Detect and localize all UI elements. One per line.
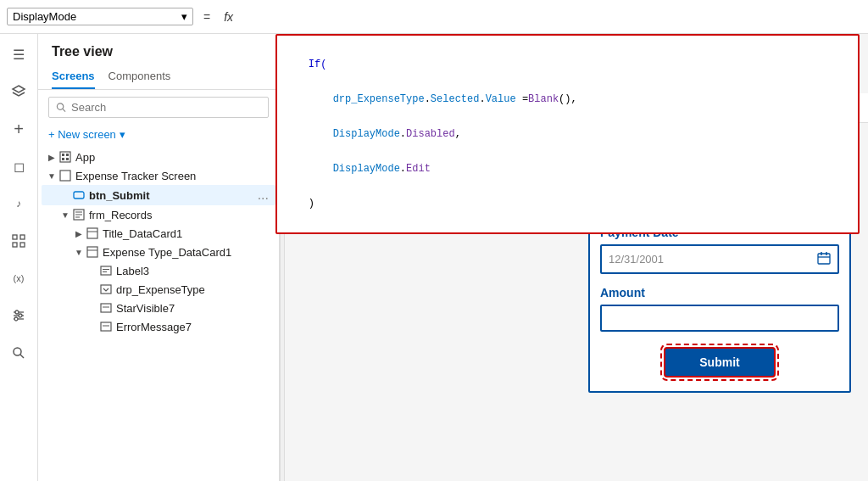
plus-icon[interactable]: +: [5, 115, 32, 143]
label3-chevron: [86, 264, 99, 277]
frm-records-icon: [72, 208, 86, 221]
new-screen-label: + New screen: [48, 128, 116, 141]
tree-view-title: Tree view: [38, 34, 279, 66]
fx-button[interactable]: fx: [220, 10, 236, 24]
svg-marker-0: [13, 86, 25, 92]
starvisible7-label: StarVisible7: [116, 302, 272, 315]
app-label: App: [75, 151, 272, 164]
exptype-datacard-chevron-icon: ▼: [72, 245, 86, 259]
svg-rect-34: [101, 304, 111, 312]
drp-expensetype-icon: [99, 282, 113, 296]
property-name: DisplayMode: [13, 10, 76, 23]
svg-rect-1: [13, 235, 17, 239]
submit-button[interactable]: Submit: [664, 347, 775, 378]
tree-panel: Tree view Screens Components + New scree…: [38, 34, 280, 481]
tree-item-starvisible7[interactable]: StarVisible7: [42, 299, 275, 317]
svg-point-11: [14, 348, 21, 355]
svg-rect-15: [60, 152, 70, 162]
drp-chevron: [86, 282, 99, 296]
amount-input[interactable]: [600, 305, 839, 332]
tree-item-drp-expensetype[interactable]: drp_ExpenseType: [42, 280, 275, 299]
label3-icon: [99, 264, 113, 277]
dropdown-chevron-icon: ▾: [181, 10, 187, 23]
svg-point-13: [57, 103, 63, 109]
starvisible7-chevron: [86, 301, 99, 315]
frm-records-label: frm_Records: [89, 209, 272, 221]
search-box-icon: [56, 102, 66, 113]
submit-button-wrap: Submit: [600, 344, 839, 381]
svg-rect-21: [74, 192, 84, 199]
grid-icon[interactable]: [5, 227, 32, 254]
tab-components[interactable]: Components: [108, 66, 171, 89]
calendar-icon[interactable]: [817, 251, 831, 267]
title-datacard-label: Title_DataCard1: [103, 227, 272, 240]
app-icon: [58, 150, 72, 164]
exptype-datacard-label: Expense Type_DataCard1: [103, 246, 272, 259]
errormessage7-icon: [99, 320, 113, 333]
payment-date-input[interactable]: 12/31/2001: [600, 244, 839, 274]
btn-submit-chevron: [58, 188, 72, 202]
svg-rect-2: [20, 235, 25, 239]
title-datacard-icon: [86, 227, 99, 240]
tree-item-expense-tracker[interactable]: ▼ Expense Tracker Screen: [42, 166, 275, 185]
variables-icon[interactable]: (x): [5, 265, 32, 292]
tree-item-btn-submit[interactable]: btn_Submit ...: [42, 185, 275, 205]
svg-rect-3: [13, 243, 17, 247]
expense-tracker-screen-icon: [58, 169, 72, 182]
search-input[interactable]: [71, 101, 261, 114]
formula-content: If( drp_ExpenseType.Selected.Value =Blan…: [284, 39, 577, 229]
svg-rect-18: [62, 158, 64, 160]
search-svg: [12, 346, 25, 360]
controls-icon[interactable]: [5, 302, 32, 329]
tree-item-title-datacard[interactable]: ▶ Title_DataCard1: [42, 224, 275, 243]
amount-label: Amount: [600, 286, 839, 299]
controls-svg: [12, 309, 25, 322]
label3-label: Label3: [116, 265, 272, 277]
errormessage7-label: ErrorMessage7: [116, 321, 272, 333]
errormessage7-chevron: [86, 320, 99, 333]
btn-submit-label: btn_Submit: [89, 189, 254, 202]
hamburger-menu-icon[interactable]: ☰: [5, 41, 32, 68]
tree-item-frm-records[interactable]: ▼ frm_Records: [42, 205, 275, 224]
new-screen-button[interactable]: + New screen ▾: [38, 125, 279, 148]
exptype-datacard-icon: [86, 245, 99, 259]
svg-rect-28: [87, 247, 97, 257]
new-screen-chevron-icon: ▾: [120, 128, 125, 141]
tree-content: ▶ App ▼ Expense Tracker Screen: [38, 148, 279, 481]
expense-tracker-label: Expense Tracker Screen: [75, 170, 272, 182]
grid-svg: [12, 234, 25, 248]
layers-svg: [11, 84, 26, 99]
top-bar: DisplayMode ▾ = fx: [0, 0, 868, 34]
tab-screens[interactable]: Screens: [52, 66, 95, 89]
property-dropdown[interactable]: DisplayMode ▾: [7, 8, 193, 25]
svg-rect-38: [818, 254, 830, 264]
tree-item-exptype-datacard[interactable]: ▼ Expense Type_DataCard1: [42, 243, 275, 261]
layers-icon[interactable]: [5, 78, 32, 105]
tree-item-errormessage7[interactable]: ErrorMessage7: [42, 317, 275, 336]
tree-tabs: Screens Components: [38, 66, 279, 90]
svg-rect-33: [101, 285, 111, 294]
search-box[interactable]: [48, 97, 269, 118]
btn-submit-more-icon[interactable]: ...: [254, 187, 272, 203]
svg-rect-36: [101, 322, 111, 331]
tree-item-app[interactable]: ▶ App: [42, 148, 275, 166]
btn-submit-icon: [72, 188, 86, 202]
svg-point-10: [14, 317, 18, 321]
svg-line-14: [63, 109, 65, 111]
svg-point-8: [15, 310, 19, 314]
payment-date-value: 12/31/2001: [609, 253, 664, 266]
search-icon[interactable]: [5, 339, 32, 366]
calendar-svg: [817, 251, 831, 265]
icon-bar: ☰ + ◻ ♪ (x): [0, 34, 38, 481]
tree-item-label3[interactable]: Label3: [42, 261, 275, 280]
equals-sign: =: [200, 10, 214, 24]
media-icon[interactable]: ♪: [5, 190, 32, 217]
app-chevron-icon: ▶: [45, 150, 58, 164]
svg-rect-26: [87, 228, 97, 238]
cube-icon[interactable]: ◻: [5, 153, 32, 180]
svg-rect-17: [66, 154, 69, 156]
formula-bar[interactable]: If( drp_ExpenseType.Selected.Value =Blan…: [275, 34, 860, 234]
svg-rect-20: [60, 171, 70, 181]
title-datacard-chevron-icon: ▶: [72, 227, 86, 240]
svg-rect-30: [101, 266, 111, 275]
